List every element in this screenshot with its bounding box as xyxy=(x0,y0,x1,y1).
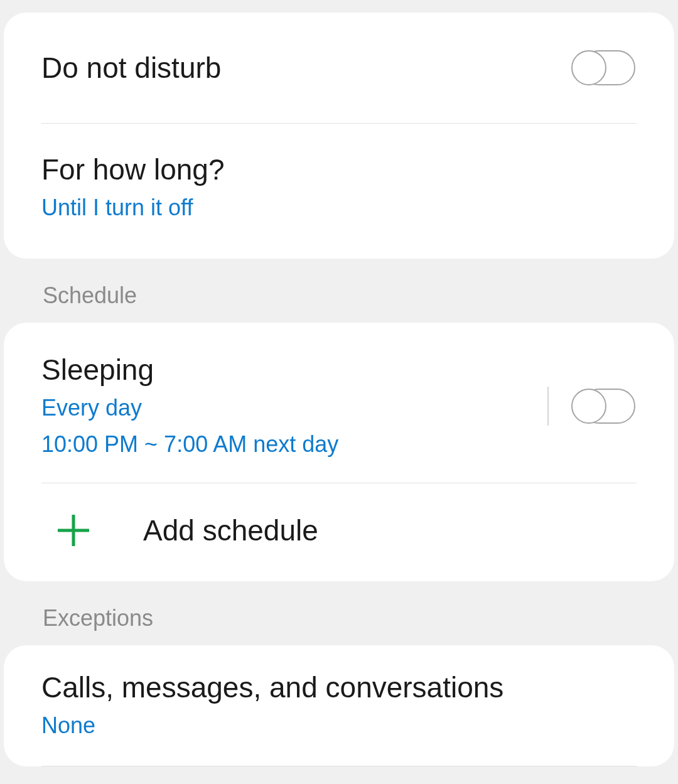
exceptions-header: Exceptions xyxy=(0,581,678,645)
exceptions-card: Calls, messages, and conversations None xyxy=(4,645,674,767)
exceptions-item-value: None xyxy=(41,711,95,741)
how-long-row[interactable]: For how long? Until I turn it off xyxy=(4,124,674,259)
schedule-item-days: Every day xyxy=(41,393,547,424)
how-long-value: Until I turn it off xyxy=(41,193,193,223)
how-long-title: For how long? xyxy=(41,153,225,186)
schedule-header: Schedule xyxy=(0,259,678,323)
divider xyxy=(41,766,637,766)
dnd-card: Do not disturb For how long? Until I tur… xyxy=(4,13,674,259)
vertical-divider xyxy=(547,387,549,426)
schedule-item-time: 10:00 PM ~ 7:00 AM next day xyxy=(41,429,547,460)
schedule-card: Sleeping Every day 10:00 PM ~ 7:00 AM ne… xyxy=(4,323,674,581)
dnd-title: Do not disturb xyxy=(41,51,221,85)
plus-icon xyxy=(58,515,89,546)
schedule-item-sleeping[interactable]: Sleeping Every day 10:00 PM ~ 7:00 AM ne… xyxy=(4,323,674,483)
add-schedule-label: Add schedule xyxy=(143,513,318,547)
dnd-row[interactable]: Do not disturb xyxy=(4,13,674,123)
schedule-item-toggle[interactable] xyxy=(571,389,637,424)
exceptions-item-title: Calls, messages, and conversations xyxy=(41,670,503,704)
schedule-item-title: Sleeping xyxy=(41,353,547,387)
exceptions-item-calls[interactable]: Calls, messages, and conversations None xyxy=(4,645,674,766)
add-schedule-row[interactable]: Add schedule xyxy=(4,483,674,581)
dnd-toggle[interactable] xyxy=(571,50,637,85)
